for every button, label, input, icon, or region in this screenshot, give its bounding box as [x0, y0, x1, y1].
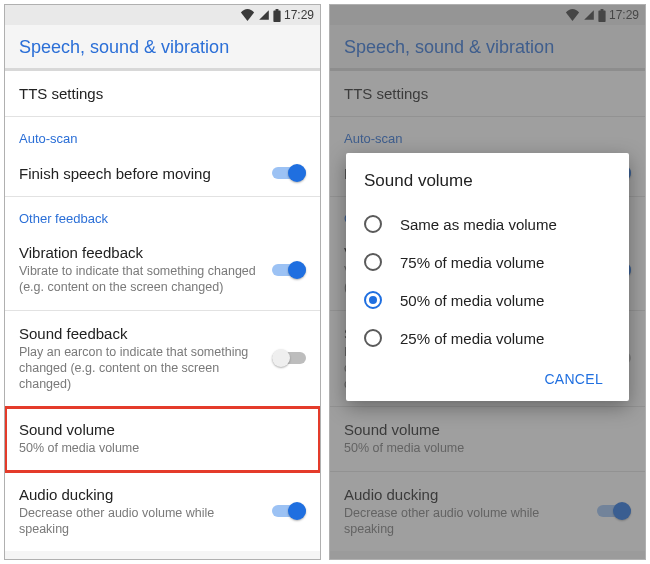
- page-title: Speech, sound & vibration: [5, 25, 320, 68]
- toggle-vibration[interactable]: [272, 261, 306, 279]
- row-subtitle: 50% of media volume: [19, 440, 306, 456]
- cancel-button[interactable]: CANCEL: [536, 365, 611, 393]
- sound-volume-dialog: Sound volume Same as media volume 75% of…: [346, 153, 629, 401]
- wifi-icon: [240, 9, 255, 21]
- radio-icon: [364, 329, 382, 347]
- section-other-feedback: Other feedback: [5, 197, 320, 230]
- screenshot-left: 17:29 Speech, sound & vibration TTS sett…: [4, 4, 321, 560]
- row-title: Sound volume: [19, 421, 306, 438]
- radio-icon: [364, 253, 382, 271]
- row-subtitle: Play an earcon to indicate that somethin…: [19, 344, 262, 393]
- toggle-finish-speech[interactable]: [272, 164, 306, 182]
- option-label: 75% of media volume: [400, 254, 544, 271]
- row-title: Audio ducking: [19, 486, 262, 503]
- row-subtitle: Vibrate to indicate that something chang…: [19, 263, 262, 296]
- row-sound-feedback[interactable]: Sound feedback Play an earcon to indicat…: [5, 311, 320, 408]
- option-same-as-media[interactable]: Same as media volume: [364, 205, 611, 243]
- dialog-title: Sound volume: [364, 171, 611, 191]
- toggle-sound-feedback[interactable]: [272, 349, 306, 367]
- radio-icon: [364, 215, 382, 233]
- row-title: TTS settings: [19, 85, 306, 102]
- row-audio-ducking[interactable]: Audio ducking Decrease other audio volum…: [5, 472, 320, 552]
- battery-icon: [273, 9, 281, 22]
- row-title: Vibration feedback: [19, 244, 262, 261]
- settings-list: TTS settings Auto-scan Finish speech bef…: [5, 71, 320, 551]
- option-label: Same as media volume: [400, 216, 557, 233]
- row-title: Sound feedback: [19, 325, 262, 342]
- option-75-percent[interactable]: 75% of media volume: [364, 243, 611, 281]
- section-auto-scan: Auto-scan: [5, 117, 320, 150]
- option-label: 25% of media volume: [400, 330, 544, 347]
- row-finish-speech[interactable]: Finish speech before moving: [5, 150, 320, 197]
- row-subtitle: Decrease other audio volume while speaki…: [19, 505, 262, 538]
- option-25-percent[interactable]: 25% of media volume: [364, 319, 611, 357]
- status-bar: 17:29: [5, 5, 320, 25]
- toggle-audio-ducking[interactable]: [272, 502, 306, 520]
- row-vibration-feedback[interactable]: Vibration feedback Vibrate to indicate t…: [5, 230, 320, 310]
- row-sound-volume[interactable]: Sound volume 50% of media volume: [5, 407, 320, 471]
- row-tts-settings[interactable]: TTS settings: [5, 71, 320, 117]
- option-label: 50% of media volume: [400, 292, 544, 309]
- status-time: 17:29: [284, 8, 314, 22]
- row-title: Finish speech before moving: [19, 165, 262, 182]
- cell-signal-icon: [258, 9, 270, 21]
- option-50-percent[interactable]: 50% of media volume: [364, 281, 611, 319]
- screenshot-right: 17:29 Speech, sound & vibration TTS sett…: [329, 4, 646, 560]
- radio-icon: [364, 291, 382, 309]
